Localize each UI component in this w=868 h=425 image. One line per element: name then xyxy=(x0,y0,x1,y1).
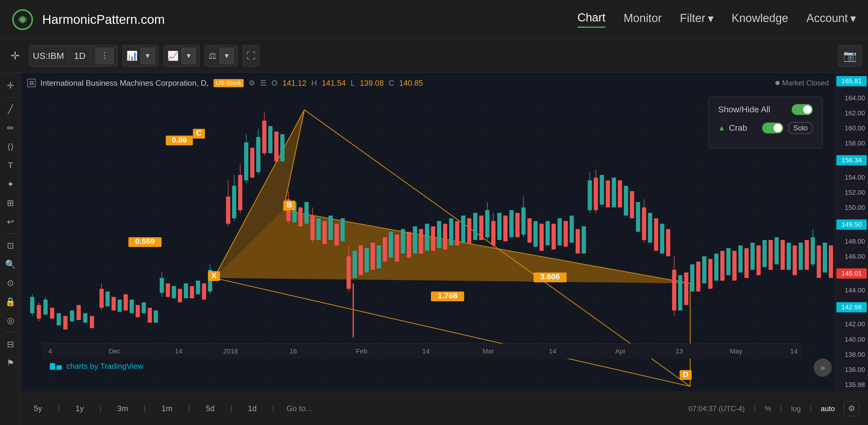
svg-rect-109 xyxy=(407,232,411,257)
period-1m[interactable]: 1m xyxy=(158,402,176,415)
svg-rect-108 xyxy=(401,229,405,254)
auto-option[interactable]: auto xyxy=(820,404,835,413)
undo-tool[interactable]: ↩ xyxy=(2,214,19,230)
show-hide-row: Show/Hide All xyxy=(718,104,813,115)
price-146: 146.00 xyxy=(835,253,868,260)
svg-rect-162 xyxy=(684,273,688,305)
crosshair-tool[interactable]: ✛ xyxy=(2,77,19,93)
nav-chart[interactable]: Chart xyxy=(578,11,606,28)
draw-tool[interactable]: ✏ xyxy=(2,120,19,136)
symbol-info-icon[interactable]: ☰ xyxy=(260,79,267,87)
period-5y[interactable]: 5y xyxy=(30,402,45,415)
indicator-icon[interactable]: 📈 xyxy=(167,50,179,61)
time-14c: 14 xyxy=(549,347,556,355)
stock-badge[interactable]: US-Stock xyxy=(214,79,244,87)
crosshair-tool-icon[interactable]: ✛ xyxy=(6,47,24,65)
svg-rect-149 xyxy=(618,180,622,207)
nav-monitor[interactable]: Monitor xyxy=(623,12,662,27)
svg-rect-158 xyxy=(666,229,670,256)
svg-rect-60 xyxy=(166,283,170,297)
show-hide-toggle[interactable] xyxy=(792,104,813,115)
chart-main-area: ⊟ International Business Machines Corpor… xyxy=(21,73,835,392)
fullscreen-icon[interactable]: ⛶ xyxy=(246,51,255,61)
price-162: 162.00 xyxy=(835,109,868,117)
compare-icon[interactable]: ⚖ xyxy=(208,50,217,61)
svg-rect-133 xyxy=(533,221,538,247)
svg-rect-146 xyxy=(600,175,604,205)
svg-rect-56 xyxy=(148,308,152,323)
svg-rect-103 xyxy=(377,246,381,268)
hide-tool[interactable]: ◎ xyxy=(2,312,19,329)
price-164: 164.00 xyxy=(835,94,868,102)
svg-rect-63 xyxy=(184,283,188,298)
chart-settings-button[interactable]: ⚙ xyxy=(844,401,859,416)
svg-rect-137 xyxy=(558,218,562,246)
measure-tool[interactable]: ⊞ xyxy=(2,195,19,211)
screenshot-button[interactable]: 📷 xyxy=(838,45,862,67)
svg-rect-46 xyxy=(90,316,94,328)
svg-point-1 xyxy=(20,17,25,22)
svg-rect-150 xyxy=(624,186,628,216)
svg-rect-49 xyxy=(105,291,110,306)
svg-rect-127 xyxy=(503,216,507,241)
crab-label: Crab xyxy=(729,123,747,133)
svg-rect-132 xyxy=(527,218,532,243)
trend-line-tool[interactable]: ╱ xyxy=(2,101,19,117)
svg-rect-65 xyxy=(196,281,200,294)
candles-apr xyxy=(491,197,586,254)
svg-rect-52 xyxy=(124,294,128,311)
period-3m[interactable]: 3m xyxy=(114,402,131,415)
crab-toggle[interactable] xyxy=(762,122,783,134)
period-5d[interactable]: 5d xyxy=(202,402,218,415)
svg-rect-165 xyxy=(702,256,706,283)
price-160: 160.00 xyxy=(835,124,868,132)
svg-rect-178 xyxy=(780,240,785,270)
flag-tool[interactable]: ⚑ xyxy=(2,355,19,371)
price-axis: 165.81 164.00 162.00 160.00 158.00 156.3… xyxy=(835,73,868,392)
goto-button[interactable]: Go to... xyxy=(286,404,312,413)
svg-rect-156 xyxy=(654,218,658,251)
interval-display[interactable]: 1D xyxy=(74,51,85,61)
tradingview-watermark: charts by TradingView xyxy=(48,359,143,374)
chart-type-group: 📊 ▾ xyxy=(122,45,159,67)
scroll-right-button[interactable]: » xyxy=(814,359,832,377)
bar-chart-icon[interactable]: 📊 xyxy=(126,50,137,61)
more-options-button[interactable]: ⋮ xyxy=(96,48,114,64)
nav-account[interactable]: Account ▾ xyxy=(806,12,856,27)
magnet-tool[interactable]: ⊙ xyxy=(2,275,19,291)
compare-dropdown[interactable]: ▾ xyxy=(220,48,234,64)
svg-rect-179 xyxy=(786,243,791,270)
symbol-settings-icon[interactable]: ⚙ xyxy=(249,79,255,87)
percent-option[interactable]: % xyxy=(765,404,771,413)
nav-knowledge[interactable]: Knowledge xyxy=(732,12,788,27)
svg-rect-175 xyxy=(763,240,767,267)
svg-rect-173 xyxy=(750,243,754,270)
time-dec: Dec xyxy=(108,347,120,355)
svg-rect-66 xyxy=(202,283,206,300)
layers-tool[interactable]: ⊟ xyxy=(2,336,19,352)
alert-tool[interactable]: ⊡ xyxy=(2,237,19,254)
solo-button[interactable]: Solo xyxy=(788,122,813,134)
chart-type-dropdown[interactable]: ▾ xyxy=(141,48,155,64)
svg-rect-117 xyxy=(455,221,459,246)
indicator-dropdown[interactable]: ▾ xyxy=(182,48,196,64)
lock-tool[interactable]: 🔒 xyxy=(2,293,19,310)
fibonacci-tool[interactable]: ⟨⟩ xyxy=(2,139,19,155)
timestamp-display: 07:04:37 (UTC-4) xyxy=(688,404,745,413)
tool-divider3 xyxy=(4,332,17,332)
text-tool[interactable]: T xyxy=(2,157,19,174)
symbol-display[interactable]: US:IBM xyxy=(33,51,64,61)
pattern-tool[interactable]: ✦ xyxy=(2,176,19,192)
period-1d[interactable]: 1d xyxy=(244,402,260,415)
time-14b: 14 xyxy=(422,347,430,355)
symbol-group: US:IBM 1D ⋮ xyxy=(29,45,118,67)
tool-divider2 xyxy=(4,233,17,234)
logo-icon xyxy=(12,9,33,30)
svg-rect-140 xyxy=(576,229,580,254)
nav-filter[interactable]: Filter ▾ xyxy=(680,12,713,27)
log-option[interactable]: log xyxy=(791,404,801,413)
zoom-tool[interactable]: 🔍 xyxy=(2,256,19,272)
period-1y[interactable]: 1y xyxy=(72,402,87,415)
svg-rect-64 xyxy=(190,286,194,298)
svg-rect-95 xyxy=(335,224,339,246)
